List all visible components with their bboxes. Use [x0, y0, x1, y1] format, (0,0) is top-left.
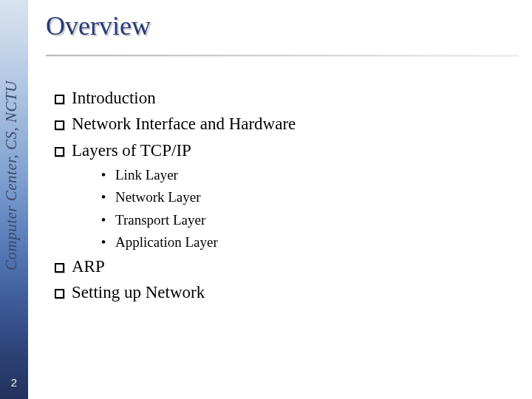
- list-item-label: ARP: [72, 254, 105, 279]
- square-bullet-icon: [55, 147, 64, 157]
- sub-list-item-label: Application Layer: [115, 231, 218, 253]
- list-item: Setting up Network: [55, 280, 519, 304]
- sub-list-item-label: Network Layer: [115, 186, 201, 208]
- list-item-label: Layers of TCP/IP: [72, 138, 191, 163]
- dot-bullet-icon: •: [96, 231, 111, 253]
- list-item-label: Setting up Network: [72, 280, 205, 304]
- page-number: 2: [0, 376, 28, 389]
- square-bullet-icon: [55, 263, 64, 273]
- sub-list-item-label: Link Layer: [115, 164, 178, 185]
- sub-list-item: • Application Layer: [96, 231, 519, 253]
- square-bullet-icon: [55, 120, 64, 130]
- list-item: Layers of TCP/IP: [55, 138, 519, 163]
- square-bullet-icon: [55, 289, 64, 299]
- sub-list: • Link Layer • Network Layer • Transport…: [96, 164, 519, 253]
- dot-bullet-icon: •: [96, 164, 111, 185]
- square-bullet-icon: [55, 95, 64, 104]
- dot-bullet-icon: •: [96, 209, 111, 231]
- content-area: Overview Introduction Network Interface …: [46, 10, 519, 306]
- list-item: Introduction: [55, 86, 519, 110]
- bullet-list: Introduction Network Interface and Hardw…: [55, 86, 519, 304]
- list-item: ARP: [55, 254, 519, 279]
- list-item-label: Network Interface and Hardware: [72, 112, 296, 136]
- list-item: Network Interface and Hardware: [55, 112, 519, 136]
- dot-bullet-icon: •: [96, 186, 111, 208]
- slide: Computer Center, CS, NCTU 2 Overview Int…: [0, 0, 532, 399]
- sub-list-item-label: Transport Layer: [115, 209, 205, 231]
- sub-list-item: • Link Layer: [96, 164, 519, 185]
- sidebar-label: Computer Center, CS, NCTU: [2, 4, 24, 270]
- title-underline: [46, 55, 519, 56]
- sub-list-item: • Network Layer: [96, 186, 519, 208]
- slide-title: Overview: [46, 10, 519, 50]
- sub-list-item: • Transport Layer: [96, 209, 519, 231]
- list-item-label: Introduction: [72, 86, 156, 110]
